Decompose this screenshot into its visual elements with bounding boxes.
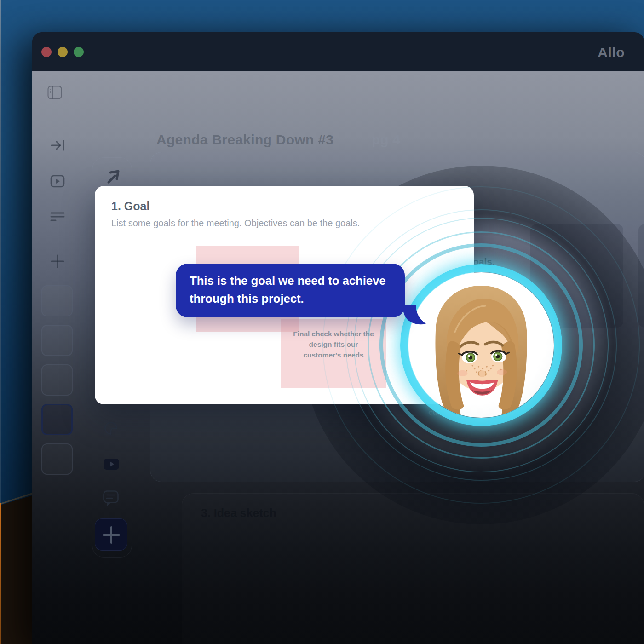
chat-bubble: This is the goal we need to achieve thro… (176, 264, 405, 317)
pink-sticky-note[interactable]: Final check whether the design fits our … (281, 319, 386, 388)
section3-heading: 3. Idea sketch (201, 506, 276, 520)
titlebar: Allo (32, 32, 644, 71)
section-heading: 1. Goal (111, 200, 150, 213)
slide-thumbnail[interactable] (41, 443, 73, 475)
sticky-note-text: Final check whether the design fits our … (290, 328, 377, 360)
comment-icon[interactable] (103, 490, 119, 507)
header-divider (32, 113, 644, 113)
add-block-button[interactable] (95, 518, 127, 551)
slide-thumbnail[interactable] (41, 364, 73, 396)
notes-icon[interactable] (50, 211, 65, 224)
screen-left-edge (0, 0, 1, 503)
slide-thumbnail-selected[interactable] (41, 404, 73, 435)
minimize-button[interactable] (58, 47, 68, 57)
app-name-label: Allo (598, 45, 625, 60)
slide-thumbnail[interactable] (41, 325, 73, 356)
memoji-woman-icon (408, 272, 554, 418)
chat-bubble-tail (401, 305, 427, 333)
chat-bubble-text: This is the goal we need to achieve thro… (176, 264, 405, 308)
screen: Allo (0, 0, 644, 644)
plus-icon[interactable] (50, 254, 65, 269)
avatar[interactable] (408, 272, 554, 418)
dim-sticky-note (638, 224, 644, 328)
close-button[interactable] (41, 47, 52, 57)
wallpaper-shape (0, 488, 37, 644)
video-icon[interactable] (50, 174, 65, 189)
slide-thumbnail[interactable] (41, 285, 73, 316)
section-description: List some goals for the meeting. Objecti… (111, 218, 360, 229)
partially-occluded-text: oals. (473, 256, 495, 267)
document-title: Agenda Breaking Down #3 (156, 132, 334, 148)
rail-divider (80, 113, 80, 644)
panel-toggle-icon[interactable] (47, 86, 62, 99)
screen-left-edge-accent (0, 503, 1, 644)
youtube-icon[interactable] (104, 457, 119, 471)
collapse-right-icon[interactable] (50, 138, 65, 153)
partially-occluded-text: cus (428, 408, 442, 417)
window-content: Agenda Breaking Down #3 pg 4 3. Idea ske… (32, 71, 644, 644)
app-window: Allo (32, 32, 644, 644)
page-indicator: pg 4 (372, 132, 400, 148)
zoom-button[interactable] (74, 47, 84, 57)
sticker-icon[interactable] (103, 420, 119, 436)
cursor-arrow-icon[interactable] (104, 168, 121, 184)
